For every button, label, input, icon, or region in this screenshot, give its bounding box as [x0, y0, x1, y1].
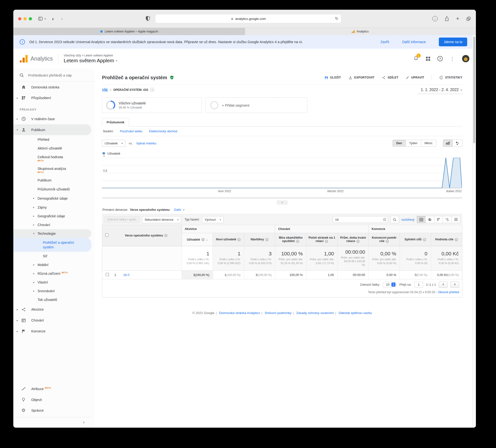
pivot-view-icon[interactable] [452, 216, 460, 223]
help-icon[interactable]: ? [164, 234, 168, 237]
tab-overview-icon[interactable] [466, 16, 471, 21]
sidebar-item-discover[interactable]: Objevit [13, 394, 95, 405]
insights-button[interactable]: STATISTIKY [439, 75, 462, 80]
footer-home-link[interactable]: Domovská stránka Analytics [219, 311, 260, 315]
sidebar-item-behavior[interactable]: ▸Chování [13, 221, 95, 229]
help-icon[interactable]: ? [296, 240, 299, 243]
sidebar-item-home[interactable]: Domovská stránka [13, 82, 95, 93]
breadcrumb-all-link[interactable]: VŠE [102, 88, 108, 92]
column-header-bounce-rate[interactable]: Míra okamžitého opuštění? [275, 233, 306, 246]
close-window-button[interactable] [18, 17, 21, 20]
help-icon[interactable]: ? [437, 56, 443, 61]
page-scrollbar[interactable] [472, 35, 476, 428]
help-icon[interactable]: ? [265, 238, 269, 241]
avatar[interactable] [462, 55, 470, 63]
search-input[interactable] [28, 73, 81, 77]
sidebar-item-browser-os[interactable]: Prohlížeč a operační systém [13, 238, 91, 252]
help-icon[interactable]: ? [455, 238, 458, 241]
select-all-checkbox[interactable] [105, 233, 108, 237]
sidebar-search[interactable] [13, 69, 95, 82]
table-search-button[interactable] [390, 216, 399, 223]
sidebar-item-technology[interactable]: ▾Technologie [13, 229, 91, 238]
next-page-button[interactable]: › [450, 282, 459, 288]
chart-brush-strip[interactable] [102, 197, 462, 199]
sort-type-select[interactable]: Výchozí▾ [202, 216, 224, 223]
sidebar-item-lifetime-value[interactable]: Celková hodnotaBETA [13, 153, 95, 164]
line-chart-toggle[interactable] [443, 140, 453, 147]
column-header-goal-value[interactable]: Hodnota cíle? [431, 233, 462, 246]
sidebar-item-mobile[interactable]: ▸Mobilní [13, 260, 95, 269]
granularity-month[interactable]: Měsíc [421, 140, 436, 147]
sidebar-item-conversions[interactable]: ▸ Konverze [13, 326, 95, 337]
new-tab-button[interactable]: + [456, 16, 459, 21]
forward-button[interactable]: › [61, 16, 63, 22]
minimize-window-button[interactable] [23, 17, 27, 20]
percentage-view-icon[interactable] [426, 216, 434, 223]
save-button[interactable]: ULOŽIT [324, 76, 341, 80]
sidebar-item-active-users[interactable]: Aktivní uživatelé [13, 144, 95, 153]
column-header-goal-conversion-rate[interactable]: Konverzní poměr cíle? [369, 233, 400, 246]
analytics-logo-icon[interactable] [20, 55, 28, 63]
dimension-column-header[interactable]: Verze operačního systému? [111, 225, 182, 246]
column-header-goal-completions[interactable]: Splnění cílů? [400, 233, 431, 246]
tab-analytics[interactable]: Analytics [245, 28, 476, 35]
column-header-users[interactable]: Uživatelé?↓ [182, 233, 213, 246]
breadcrumb-dropdown[interactable]: ▾ [150, 88, 154, 92]
select-metric-link[interactable]: Vybrat metriku [136, 142, 156, 145]
privacy-shield-icon[interactable] [145, 16, 150, 22]
banner-more-info-link[interactable]: Další informace [402, 40, 426, 44]
comparison-view-icon[interactable] [443, 216, 452, 223]
sidebar-item-behavior-top[interactable]: ▸ Chování [13, 315, 95, 326]
sidebar-toggle-icon[interactable] [38, 16, 43, 21]
column-header-avg-session-duration[interactable]: Prům. doba trvání relace? [337, 233, 369, 246]
refresh-report-link[interactable]: Obnovit přehled [438, 290, 459, 294]
sidebar-item-audience[interactable]: ▾ Publikum [13, 124, 91, 135]
sidebar-item-network[interactable]: Síť [13, 252, 95, 260]
help-icon[interactable]: ? [237, 238, 241, 241]
chevron-down-icon[interactable]: ▾ [45, 17, 46, 20]
primary-dimension-value[interactable]: Verze operačního systému [130, 208, 170, 211]
scrollbar-thumb[interactable] [473, 37, 475, 143]
granularity-day[interactable]: Den [393, 140, 406, 147]
reload-icon[interactable]: ↻ [335, 16, 338, 21]
help-icon[interactable]: ? [386, 240, 389, 243]
apps-grid-icon[interactable] [426, 57, 430, 61]
more-dimensions-link[interactable]: Další [174, 208, 181, 211]
share-icon[interactable] [444, 16, 449, 22]
secondary-dimension-select[interactable]: Sekundární dimenze▾ [142, 216, 181, 223]
previous-page-button[interactable]: ‹ [439, 282, 448, 288]
sidebar-item-benchmarking[interactable]: ▸Srovnávání [13, 287, 95, 295]
export-button[interactable]: EXPORTOVAT [348, 75, 375, 80]
row-checkbox[interactable] [106, 273, 109, 276]
tab-letem-svetem-applem[interactable]: Letem světem Applem – Apple magazín [13, 28, 245, 35]
sidebar-item-geo[interactable]: ▸Geografické údaje [13, 212, 95, 221]
sidebar-item-cohort-analysis[interactable]: Skupinová analýzaBETA [13, 164, 95, 176]
sidebar-item-customization[interactable]: ▸ Přizpůsobení [13, 93, 95, 103]
kebab-menu-icon[interactable]: ⋮ [450, 56, 455, 62]
rows-per-page-select[interactable]: 10 ▲▼ [383, 282, 396, 287]
subtab-ecommerce[interactable]: Elektronický obchod [149, 129, 177, 133]
back-button[interactable]: ‹ [52, 16, 54, 22]
tab-explorer[interactable]: Průzkumník [102, 118, 129, 127]
share-report-button[interactable]: SDÍLET [382, 76, 398, 80]
help-icon[interactable]: ? [325, 240, 328, 243]
segment-all-users[interactable]: Všichni uživatelé 39,46 % Uživatelé [102, 97, 202, 113]
performance-view-icon[interactable] [434, 216, 443, 223]
chart-collapse-handle[interactable]: ▼ [277, 201, 287, 205]
sidebar-item-demographics[interactable]: ▸Demografické údaje [13, 194, 95, 203]
sidebar-item-attribution[interactable]: AtribuceBETA [13, 383, 95, 394]
plot-rows-button[interactable]: Zobrazit řádky v grafu [104, 216, 140, 223]
sidebar-item-realtime[interactable]: ▸ V reálném čase [13, 113, 95, 124]
help-icon[interactable]: ? [201, 238, 205, 241]
sidebar-item-custom[interactable]: ▸Vlastní [13, 278, 95, 287]
sidebar-item-acquisition[interactable]: ▸ Akvizice [13, 304, 95, 315]
sidebar-item-admin[interactable]: ⚙ Správce [13, 405, 95, 416]
account-switcher[interactable]: Všechny účty > Letem světem Applem Letem… [64, 54, 117, 64]
clear-search-icon[interactable]: ✕ [383, 218, 386, 221]
zoom-window-button[interactable] [29, 17, 32, 20]
downloads-icon[interactable]: ↓ [432, 16, 438, 21]
subtab-site-usage[interactable]: Používání webu [120, 129, 142, 133]
goto-page-input[interactable] [414, 282, 423, 288]
sidebar-item-interests[interactable]: ▸Zájmy [13, 203, 95, 212]
address-bar[interactable]: analytics.google.com ↻ [155, 14, 341, 23]
